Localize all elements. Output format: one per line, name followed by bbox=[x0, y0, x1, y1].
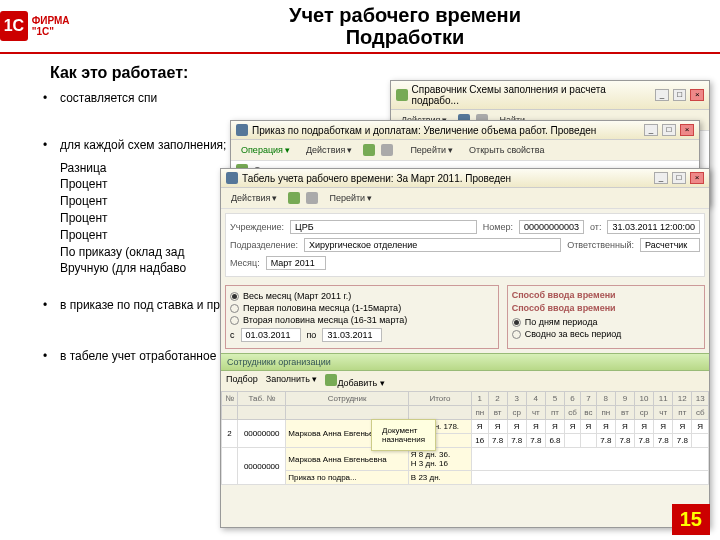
plus-icon bbox=[325, 374, 337, 386]
dept-label: Подразделение: bbox=[230, 240, 298, 250]
page-title: Учет рабочего времени Подработки bbox=[90, 4, 720, 48]
window-icon bbox=[396, 89, 408, 101]
maximize-button[interactable]: □ bbox=[673, 89, 687, 101]
mode-title: Способ ввода времени bbox=[512, 290, 700, 300]
month-field[interactable]: Март 2011 bbox=[266, 256, 326, 270]
month-label: Месяц: bbox=[230, 258, 260, 268]
header-fields: Учреждение: ЦРБ Номер: 00000000003 от: 3… bbox=[225, 213, 705, 277]
goto-link[interactable]: Перейти ▾ bbox=[324, 191, 377, 205]
resp-field[interactable]: Расчетчик bbox=[640, 238, 700, 252]
save-icon[interactable] bbox=[363, 144, 375, 156]
brand-text: ФИРМА "1С" bbox=[32, 15, 90, 37]
minimize-button[interactable]: _ bbox=[644, 124, 658, 136]
timesheet-grid[interactable]: №Таб. №СотрудникИтого 1234 567 891011 12… bbox=[221, 391, 709, 485]
input-mode-group: Способ ввода времени Способ ввода времен… bbox=[507, 285, 705, 349]
org-field[interactable]: ЦРБ bbox=[290, 220, 477, 234]
window-title: Справочник Схемы заполнения и расчета по… bbox=[412, 84, 648, 106]
props-link[interactable]: Открыть свойства bbox=[464, 143, 549, 157]
goto-link[interactable]: Перейти ▾ bbox=[405, 143, 458, 157]
minimize-button[interactable]: _ bbox=[654, 172, 668, 184]
add-button[interactable]: Добавить ▾ bbox=[325, 374, 384, 388]
radio-whole-month[interactable]: Весь месяц (Март 2011 г.) bbox=[230, 290, 494, 302]
window-title: Приказ по подработкам и доплатам: Увелич… bbox=[252, 125, 596, 136]
dept-field[interactable]: Хирургическое отделение bbox=[304, 238, 561, 252]
select-button[interactable]: Подбор bbox=[226, 374, 258, 388]
radio-first-half[interactable]: Первая половина месяца (1-15марта) bbox=[230, 302, 494, 314]
radio-second-half[interactable]: Вторая половина месяца (16-31 марта) bbox=[230, 314, 494, 326]
window-title: Табель учета рабочего времени: За Март 2… bbox=[242, 173, 511, 184]
period-group: Весь месяц (Март 2011 г.) Первая половин… bbox=[225, 285, 499, 349]
fill-button[interactable]: Заполнить ▾ bbox=[266, 374, 318, 388]
close-button[interactable]: × bbox=[690, 89, 704, 101]
toolbar: Операция ▾ Действия ▾ Перейти ▾ Открыть … bbox=[231, 140, 699, 161]
employees-toolbar: Подбор Заполнить ▾ Добавить ▾ bbox=[221, 371, 709, 391]
date-field[interactable]: 31.03.2011 12:00:00 bbox=[607, 220, 700, 234]
page-header: 1C ФИРМА "1С" Учет рабочего времени Подр… bbox=[0, 0, 720, 54]
tab-operation[interactable]: Операция ▾ bbox=[236, 143, 295, 157]
window-timesheet[interactable]: Табель учета рабочего времени: За Март 2… bbox=[220, 168, 710, 528]
minimize-button[interactable]: _ bbox=[655, 89, 669, 101]
tooltip-doc: Документназначения bbox=[371, 419, 436, 451]
brand-logo: 1C ФИРМА "1С" bbox=[0, 6, 90, 46]
logo-icon: 1C bbox=[0, 11, 28, 41]
num-field[interactable]: 00000000003 bbox=[519, 220, 584, 234]
resp-label: Ответственный: bbox=[567, 240, 634, 250]
post-icon[interactable] bbox=[381, 144, 393, 156]
close-button[interactable]: × bbox=[680, 124, 694, 136]
radio-by-days[interactable]: По дням периода bbox=[512, 316, 700, 328]
date-from[interactable]: 01.03.2011 bbox=[241, 328, 301, 342]
date-to[interactable]: 31.03.2011 bbox=[322, 328, 382, 342]
radio-summary[interactable]: Сводно за весь период bbox=[512, 328, 700, 340]
toolbar: Действия ▾ Перейти ▾ bbox=[221, 188, 709, 209]
maximize-button[interactable]: □ bbox=[672, 172, 686, 184]
table-row[interactable]: Приказ по подра... В 23 дн. bbox=[222, 471, 709, 485]
actions-menu[interactable]: Действия ▾ bbox=[226, 191, 282, 205]
maximize-button[interactable]: □ bbox=[662, 124, 676, 136]
date-label: от: bbox=[590, 222, 601, 232]
actions-menu[interactable]: Действия ▾ bbox=[301, 143, 357, 157]
titlebar[interactable]: Табель учета рабочего времени: За Март 2… bbox=[221, 169, 709, 188]
titlebar[interactable]: Справочник Схемы заполнения и расчета по… bbox=[391, 81, 709, 110]
employees-section-title: Сотрудники организации bbox=[221, 353, 709, 371]
close-button[interactable]: × bbox=[690, 172, 704, 184]
table-row[interactable]: 200000000 Маркова Анна Евгеньевна Я 22 д… bbox=[222, 420, 709, 434]
page-number: 15 bbox=[672, 504, 710, 535]
save-icon[interactable] bbox=[288, 192, 300, 204]
num-label: Номер: bbox=[483, 222, 513, 232]
window-icon bbox=[226, 172, 238, 184]
titlebar[interactable]: Приказ по подработкам и доплатам: Увелич… bbox=[231, 121, 699, 140]
table-row[interactable]: 00000000 Маркова Анна Евгеньевна Я 8 дн.… bbox=[222, 448, 709, 471]
post-icon[interactable] bbox=[306, 192, 318, 204]
window-icon bbox=[236, 124, 248, 136]
org-label: Учреждение: bbox=[230, 222, 284, 232]
